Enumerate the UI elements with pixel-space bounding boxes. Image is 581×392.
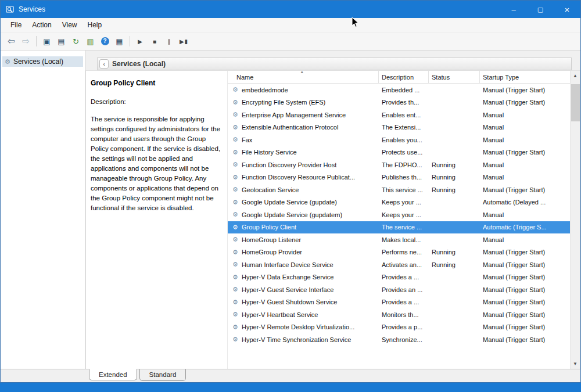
service-name: Hyper-V Data Exchange Service bbox=[242, 274, 333, 280]
stop-service-button[interactable]: ■ bbox=[148, 34, 162, 48]
export-list-button[interactable]: ▥ bbox=[83, 34, 98, 48]
menu-view[interactable]: View bbox=[57, 19, 83, 31]
service-status: Running bbox=[429, 174, 480, 181]
service-status: Running bbox=[429, 161, 480, 168]
toolbar: ⇦⇨▣▤↻▥?▦▶■∥▶▮ bbox=[1, 33, 580, 51]
pause-service-button[interactable]: ∥ bbox=[162, 34, 177, 48]
service-gear-icon: ⚙ bbox=[232, 286, 242, 293]
service-row[interactable]: ⚙ Hyper-V Guest Shutdown Service Provide… bbox=[228, 296, 570, 309]
service-row[interactable]: ⚙ Group Policy Client The service ... Au… bbox=[228, 221, 570, 234]
back-button[interactable]: ⇦ bbox=[4, 34, 19, 48]
close-button[interactable]: × bbox=[554, 1, 580, 18]
service-description: Provides a ... bbox=[379, 274, 429, 280]
service-name: File History Service bbox=[242, 149, 297, 156]
column-header-startup-type[interactable]: Startup Type bbox=[480, 71, 570, 83]
service-name: Function Discovery Resource Publicat... bbox=[242, 174, 355, 181]
scrollbar-track[interactable] bbox=[571, 81, 580, 359]
scrollbar-thumb[interactable] bbox=[571, 84, 580, 121]
service-startup-type: Manual bbox=[480, 124, 570, 131]
toolbar-separator bbox=[130, 36, 130, 46]
service-row[interactable]: ⚙ Hyper-V Data Exchange Service Provides… bbox=[228, 271, 570, 284]
services-local-header: ‹ Services (Local) bbox=[97, 57, 572, 70]
scroll-up-button[interactable]: ▲ bbox=[571, 71, 580, 81]
service-startup-type: Manual bbox=[480, 136, 570, 143]
list-view-button[interactable]: ▦ bbox=[112, 34, 127, 48]
service-gear-icon: ⚙ bbox=[232, 199, 242, 206]
forward-button[interactable]: ⇨ bbox=[19, 34, 33, 48]
service-name: Hyper-V Heartbeat Service bbox=[242, 311, 318, 318]
sort-ascending-icon: ▲ bbox=[300, 71, 304, 74]
service-row[interactable]: ⚙ Extensible Authentication Protocol The… bbox=[228, 121, 570, 134]
start-service-button[interactable]: ▶ bbox=[133, 34, 148, 48]
tab-standard[interactable]: Standard bbox=[139, 369, 187, 381]
minimize-button[interactable]: – bbox=[500, 1, 527, 18]
restart-service-button[interactable]: ▶▮ bbox=[177, 34, 191, 48]
toolbar-buttons: ⇦⇨▣▤↻▥?▦▶■∥▶▮ bbox=[4, 34, 191, 48]
show-console-tree-button[interactable]: ▣ bbox=[40, 34, 54, 48]
service-gear-icon: ⚙ bbox=[232, 161, 242, 168]
service-description: Provides th... bbox=[379, 99, 429, 106]
services-app-icon bbox=[6, 5, 15, 14]
service-gear-icon: ⚙ bbox=[232, 99, 242, 106]
service-status: Running bbox=[429, 261, 480, 268]
tree-item-services-local[interactable]: ⚙ Services (Local) bbox=[2, 56, 83, 67]
properties-button[interactable]: ▤ bbox=[54, 34, 69, 48]
service-row[interactable]: ⚙ Function Discovery Provider Host The F… bbox=[228, 159, 570, 171]
service-description: Provides a ... bbox=[379, 299, 429, 305]
service-row[interactable]: ⚙ File History Service Protects use... M… bbox=[228, 146, 570, 159]
service-startup-type: Manual bbox=[480, 211, 570, 218]
service-gear-icon: ⚙ bbox=[232, 174, 242, 181]
service-startup-type: Manual (Trigger Start) bbox=[480, 274, 570, 280]
menu-help[interactable]: Help bbox=[83, 19, 107, 31]
service-gear-icon: ⚙ bbox=[232, 236, 242, 243]
service-row[interactable]: ⚙ Google Update Service (gupdate) Keeps … bbox=[228, 196, 570, 209]
service-description: Keeps your ... bbox=[379, 211, 429, 218]
service-row[interactable]: ⚙ Hyper-V Time Synchronization Service S… bbox=[228, 333, 570, 346]
service-startup-type: Manual bbox=[480, 174, 570, 181]
main-header-title: Services (Local) bbox=[112, 60, 166, 68]
service-row[interactable]: ⚙ Function Discovery Resource Publicat..… bbox=[228, 171, 570, 184]
service-row[interactable]: ⚙ Hyper-V Remote Desktop Virtualizatio..… bbox=[228, 321, 570, 334]
service-gear-icon: ⚙ bbox=[232, 323, 242, 331]
service-row[interactable]: ⚙ Fax Enables you... Manual bbox=[228, 134, 570, 146]
service-row[interactable]: ⚙ Hyper-V Guest Service Interface Provid… bbox=[228, 283, 570, 296]
service-row[interactable]: ⚙ Google Update Service (gupdatem) Keeps… bbox=[228, 208, 570, 221]
service-row[interactable]: ⚙ Human Interface Device Service Activat… bbox=[228, 258, 570, 271]
service-gear-icon: ⚙ bbox=[232, 261, 242, 268]
collapse-panel-button[interactable]: ‹ bbox=[99, 59, 109, 69]
service-row[interactable]: ⚙ embeddedmode Embedded ... Manual (Trig… bbox=[228, 84, 570, 96]
service-row[interactable]: ⚙ Encrypting File System (EFS) Provides … bbox=[228, 96, 570, 109]
service-row[interactable]: ⚙ HomeGroup Listener Makes local... Manu… bbox=[228, 233, 570, 246]
service-gear-icon: ⚙ bbox=[232, 149, 242, 156]
service-startup-type: Manual bbox=[480, 236, 570, 243]
service-startup-type: Manual bbox=[480, 161, 570, 168]
menu-action[interactable]: Action bbox=[27, 19, 56, 31]
maximize-button[interactable]: ▢ bbox=[527, 1, 554, 18]
service-gear-icon: ⚙ bbox=[232, 336, 242, 343]
column-header-status[interactable]: Status bbox=[429, 71, 480, 83]
service-name: Function Discovery Provider Host bbox=[242, 161, 336, 168]
tab-extended[interactable]: Extended bbox=[89, 369, 137, 380]
vertical-scrollbar[interactable]: ▲ ▼ bbox=[570, 71, 580, 369]
service-row[interactable]: ⚙ Hyper-V Heartbeat Service Monitors th.… bbox=[228, 308, 570, 321]
service-startup-type: Manual (Trigger Start) bbox=[480, 186, 570, 193]
menu-file[interactable]: File bbox=[5, 19, 27, 31]
column-header-name[interactable]: ▲ Name bbox=[228, 71, 379, 83]
help-button[interactable]: ? bbox=[98, 34, 112, 48]
service-name: Geolocation Service bbox=[242, 186, 299, 193]
service-description: Performs ne... bbox=[379, 249, 429, 256]
column-header-description[interactable]: Description bbox=[379, 71, 429, 83]
service-description: This service ... bbox=[379, 186, 429, 193]
service-description: The FDPHO... bbox=[379, 161, 429, 168]
service-row[interactable]: ⚙ HomeGroup Provider Performs ne... Runn… bbox=[228, 246, 570, 259]
service-startup-type: Manual (Trigger Start) bbox=[480, 336, 570, 343]
scroll-down-button[interactable]: ▼ bbox=[571, 359, 580, 369]
service-name: Extensible Authentication Protocol bbox=[242, 124, 338, 131]
menu-bar: File Action View Help bbox=[1, 18, 580, 33]
service-row[interactable]: ⚙ Geolocation Service This service ... R… bbox=[228, 184, 570, 196]
service-description: Enables you... bbox=[379, 136, 429, 143]
service-gear-icon: ⚙ bbox=[232, 311, 242, 318]
main-pane: ‹ Services (Local) Group Policy Client D… bbox=[85, 51, 580, 369]
refresh-button[interactable]: ↻ bbox=[69, 34, 83, 48]
service-row[interactable]: ⚙ Enterprise App Management Service Enab… bbox=[228, 109, 570, 121]
